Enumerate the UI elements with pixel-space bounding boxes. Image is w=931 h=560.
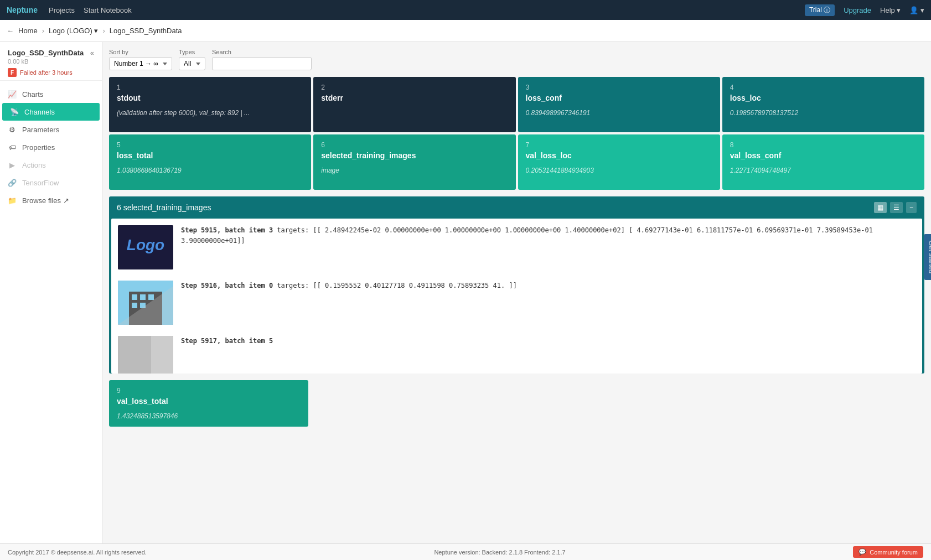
sidebar-item-parameters[interactable]: ⚙ Parameters — [0, 121, 102, 138]
selected-panel: 6 selected_training_images ▦ ☰ − Logo St… — [109, 196, 924, 374]
upgrade-button[interactable]: Upgrade — [844, 6, 871, 14]
channel-card-5[interactable]: 6 selected_training_images image — [313, 134, 515, 190]
image-text-0: Step 5915, batch item 3 targets: [[ 2.48… — [181, 225, 916, 246]
card-name-3: loss_loc — [730, 94, 917, 102]
collapse-icon[interactable]: « — [90, 49, 94, 57]
selected-panel-content: Logo Step 5915, batch item 3 targets: [[… — [111, 219, 922, 374]
card-name-1: stderr — [321, 94, 508, 102]
card-num-3: 4 — [730, 84, 917, 91]
cards-grid: 1 stdout (validation after step 6000), v… — [109, 77, 924, 190]
sidebar-tensorflow-label: TensorFlow — [22, 179, 59, 187]
search-label: Search — [212, 49, 312, 55]
sidebar-item-properties[interactable]: 🏷 Properties — [0, 138, 102, 156]
breadcrumb: ← Home › Logo (LOGO) ▾ › Logo_SSD_SynthD… — [0, 20, 931, 42]
trial-badge: Trial ⓘ — [805, 4, 835, 16]
sidebar-item-charts[interactable]: 📈 Charts — [0, 85, 102, 103]
main-content: Sort by Number 1 → ∞ Types All Search 1 … — [102, 42, 931, 543]
grid-view-button[interactable]: ▦ — [874, 202, 887, 213]
collapse-panel-button[interactable]: − — [906, 202, 917, 213]
sidebar-item-tensorflow: 🔗 TensorFlow — [0, 174, 102, 191]
sort-label: Sort by — [109, 49, 172, 55]
image-text-1: Step 5916, batch item 0 targets: [[ 0.15… — [181, 281, 517, 291]
svg-rect-5 — [140, 294, 146, 300]
channel-card-4[interactable]: 5 loss_total 1.0380668640136719 — [109, 134, 311, 190]
channel-card-0[interactable]: 1 stdout (validation after step 6000), v… — [109, 77, 311, 132]
parameters-icon: ⚙ — [8, 125, 17, 134]
card-name-0: stdout — [117, 94, 303, 102]
list-view-button[interactable]: ☰ — [890, 202, 903, 213]
sidebar-properties-label: Properties — [22, 143, 55, 152]
channel-card-6[interactable]: 7 val_loss_loc 0.20531441884934903 — [518, 134, 720, 190]
breadcrumb-project[interactable]: Logo (LOGO) ▾ — [49, 27, 98, 35]
card-name-2: loss_conf — [526, 94, 712, 102]
card-num-5: 6 — [321, 141, 508, 149]
val-card-value: 1.432488513597846 — [117, 412, 301, 420]
list-item: Logo Step 5915, batch item 3 targets: [[… — [118, 225, 916, 269]
copyright: Copyright 2017 © deepsense.ai. All right… — [8, 549, 147, 556]
sidebar-charts-label: Charts — [22, 90, 43, 98]
sort-select[interactable]: Number 1 → ∞ — [109, 57, 172, 70]
image-thumb-1 — [118, 281, 173, 325]
card-value-6: 0.20531441884934903 — [526, 167, 712, 174]
svg-rect-6 — [148, 294, 154, 300]
image-thumb-0: Logo — [118, 225, 173, 269]
types-select[interactable]: All — [179, 57, 205, 70]
sidebar-item-actions: ▶ Actions — [0, 156, 102, 174]
browse-icon: 📁 — [8, 196, 17, 205]
svg-text:Logo: Logo — [127, 236, 164, 253]
image-thumb-2 — [118, 336, 173, 374]
selected-panel-header: 6 selected_training_images ▦ ☰ − — [109, 196, 924, 219]
svg-rect-11 — [118, 336, 151, 374]
run-name-label: Logo_SSD_SynthData — [8, 49, 84, 57]
sidebar: Logo_SSD_SynthData « 0.00 kB F Failed af… — [0, 42, 102, 543]
user-icon[interactable]: 👤 ▾ — [909, 6, 924, 14]
breadcrumb-home[interactable]: Home — [18, 27, 38, 35]
charts-icon: 📈 — [8, 90, 17, 98]
svg-rect-4 — [132, 294, 137, 300]
run-status: F Failed after 3 hours — [8, 68, 94, 77]
card-num-6: 7 — [526, 141, 712, 149]
card-name-5: selected_training_images — [321, 151, 508, 160]
channel-card-3[interactable]: 4 loss_loc 0.19856789708137512 — [722, 77, 924, 132]
sidebar-header: Logo_SSD_SynthData « 0.00 kB F Failed af… — [0, 42, 102, 81]
community-icon: 💬 — [858, 548, 866, 556]
nav-projects[interactable]: Projects — [49, 6, 75, 14]
image-text-2: Step 5917, batch item 5 — [181, 336, 273, 346]
search-input[interactable] — [212, 57, 312, 70]
card-num-0: 1 — [117, 84, 303, 91]
sidebar-actions-label: Actions — [22, 161, 46, 169]
val-card-name: val_loss_total — [117, 397, 301, 406]
card-name-4: loss_total — [117, 151, 303, 160]
channels-icon: 📡 — [10, 107, 19, 116]
sidebar-browse-label: Browse files ↗ — [22, 196, 69, 205]
panel-toolbar: ▦ ☰ − — [874, 202, 917, 213]
val-card-num: 9 — [117, 387, 301, 395]
channel-card-7[interactable]: 8 val_loss_conf 1.227174094748497 — [722, 134, 924, 190]
brand-logo[interactable]: Neptune — [7, 6, 38, 14]
card-num-7: 8 — [730, 141, 917, 149]
nav-start-notebook[interactable]: Start Notebook — [84, 6, 132, 14]
card-value-0: (validation after step 6000), val_step: … — [117, 109, 303, 117]
card-value-2: 0.8394989967346191 — [526, 109, 712, 117]
card-num-4: 5 — [117, 141, 303, 149]
version: Neptune version: Backend: 2.1.8 Frontend… — [434, 549, 565, 556]
sidebar-parameters-label: Parameters — [22, 126, 59, 134]
breadcrumb-sep-2: › — [102, 27, 105, 35]
sidebar-item-browse[interactable]: 📁 Browse files ↗ — [0, 191, 102, 209]
card-value-5: image — [321, 167, 508, 174]
back-button[interactable]: ← — [7, 27, 14, 35]
community-forum-button[interactable]: 💬 Community forum — [853, 546, 923, 558]
status-icon: F — [8, 68, 17, 77]
list-item: Step 5917, batch item 5 — [118, 336, 916, 374]
help-button[interactable]: Help ▾ — [880, 6, 901, 14]
card-num-2: 3 — [526, 84, 712, 91]
breadcrumb-sep-1: › — [42, 27, 44, 35]
val-loss-card[interactable]: 9 val_loss_total 1.432488513597846 — [109, 380, 308, 427]
card-name-7: val_loss_conf — [730, 151, 917, 160]
channel-card-2[interactable]: 3 loss_conf 0.8394989967346191 — [518, 77, 720, 132]
properties-icon: 🏷 — [8, 143, 17, 152]
sidebar-nav: 📈 Charts 📡 Channels ⚙ Parameters 🏷 Prope… — [0, 81, 102, 214]
channel-card-1[interactable]: 2 stderr — [313, 77, 515, 132]
get-started-tab[interactable]: Get started — [924, 234, 931, 280]
sidebar-item-channels[interactable]: 📡 Channels — [2, 103, 100, 121]
